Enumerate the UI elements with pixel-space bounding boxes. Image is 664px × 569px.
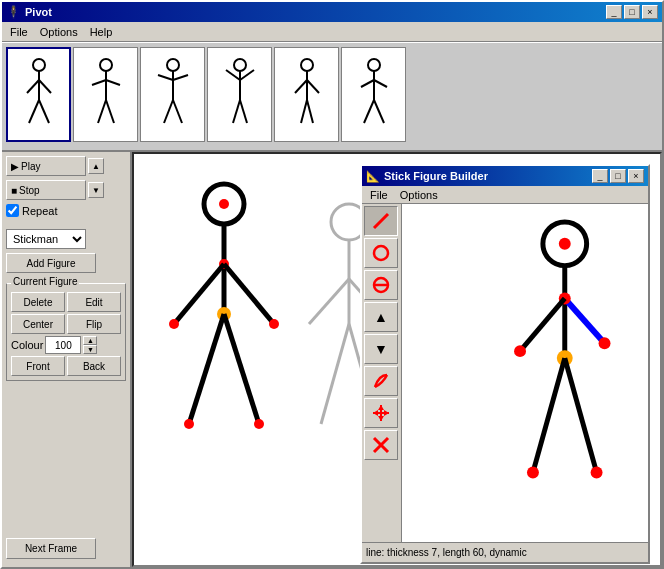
- svg-line-47: [224, 314, 259, 424]
- svg-line-43: [224, 264, 274, 324]
- svg-line-26: [295, 80, 307, 93]
- svg-line-17: [173, 100, 182, 123]
- tool-line[interactable]: [364, 206, 398, 236]
- frame-4[interactable]: [207, 47, 272, 142]
- tool-delete[interactable]: [364, 430, 398, 460]
- svg-line-4: [29, 100, 39, 123]
- canvas-area[interactable]: 📐 Stick Figure Builder _ □ × File Option…: [132, 152, 662, 567]
- current-figure-group: Current Figure Delete Edit Center Flip: [6, 283, 126, 381]
- menu-bar: File Options Help: [2, 22, 662, 42]
- scroll-down-arrow[interactable]: ▼: [88, 182, 104, 198]
- menu-options[interactable]: Options: [36, 25, 82, 39]
- edit-button[interactable]: Edit: [67, 292, 121, 312]
- frame-6[interactable]: [341, 47, 406, 142]
- tool-no[interactable]: [364, 270, 398, 300]
- sfb-stickman: [402, 204, 648, 542]
- svg-line-16: [164, 100, 173, 123]
- colour-spin-buttons: ▲ ▼: [83, 336, 97, 354]
- tool-up-arrow[interactable]: ▲: [364, 302, 398, 332]
- svg-line-51: [309, 279, 349, 324]
- scroll-up-arrow[interactable]: ▲: [88, 158, 104, 174]
- svg-point-48: [254, 419, 264, 429]
- menu-file[interactable]: File: [6, 25, 32, 39]
- svg-line-27: [307, 80, 319, 93]
- tool-cross-arrows[interactable]: [364, 398, 398, 428]
- play-icon: ▶: [11, 161, 19, 172]
- sfb-body: ▲ ▼: [362, 204, 648, 542]
- svg-line-41: [174, 264, 224, 324]
- close-button[interactable]: ×: [642, 5, 658, 19]
- svg-marker-63: [373, 410, 378, 416]
- title-bar: 🕴 Pivot _ □ ×: [2, 2, 662, 22]
- svg-line-70: [565, 298, 605, 343]
- svg-point-42: [169, 319, 179, 329]
- svg-point-75: [599, 337, 611, 349]
- sfb-tools: ▲ ▼: [362, 204, 402, 542]
- stop-button[interactable]: ■ Stop: [6, 180, 86, 200]
- svg-marker-62: [378, 416, 384, 421]
- group-title: Current Figure: [11, 276, 79, 287]
- svg-line-34: [364, 100, 374, 123]
- colour-input[interactable]: [45, 336, 81, 354]
- svg-point-77: [527, 466, 539, 478]
- maximize-button[interactable]: □: [624, 5, 640, 19]
- figure-select[interactable]: Stickman: [6, 229, 86, 249]
- svg-line-28: [301, 100, 307, 123]
- sfb-minimize-btn[interactable]: _: [592, 169, 608, 183]
- sfb-menu-file[interactable]: File: [366, 188, 392, 202]
- front-back-buttons: Front Back: [11, 356, 121, 376]
- main-window: 🕴 Pivot _ □ × File Options Help: [0, 0, 664, 569]
- delete-button[interactable]: Delete: [11, 292, 65, 312]
- sfb-dialog: 📐 Stick Figure Builder _ □ × File Option…: [360, 164, 650, 564]
- front-button[interactable]: Front: [11, 356, 65, 376]
- tool-down-arrow[interactable]: ▼: [364, 334, 398, 364]
- frame-2[interactable]: [73, 47, 138, 142]
- frame-1[interactable]: [6, 47, 71, 142]
- play-button[interactable]: ▶ ▶ Play Play: [6, 156, 86, 176]
- play-controls: ▶ ▶ Play Play ▲ ■ Stop ▼ Repeat: [6, 156, 126, 217]
- sfb-status-text: line: thickness 7, length 60, dynamic: [366, 547, 527, 558]
- colour-label: Colour: [11, 339, 43, 351]
- menu-help[interactable]: Help: [86, 25, 117, 39]
- svg-point-56: [374, 246, 388, 260]
- svg-marker-64: [384, 410, 389, 416]
- svg-line-78: [565, 358, 597, 472]
- svg-point-46: [184, 419, 194, 429]
- svg-line-15: [173, 75, 188, 80]
- center-button[interactable]: Center: [11, 314, 65, 334]
- add-figure-button[interactable]: Add Figure: [6, 253, 96, 273]
- sfb-title-left: 📐 Stick Figure Builder: [366, 170, 488, 183]
- svg-line-8: [92, 80, 106, 85]
- repeat-checkbox[interactable]: [6, 204, 19, 217]
- svg-point-24: [301, 59, 313, 71]
- frames-bar: [2, 42, 662, 152]
- svg-point-12: [167, 59, 179, 71]
- frame-5[interactable]: [274, 47, 339, 142]
- next-frame-button[interactable]: Next Frame: [6, 538, 96, 559]
- colour-down-btn[interactable]: ▼: [83, 345, 97, 354]
- svg-line-22: [233, 100, 240, 123]
- sfb-canvas[interactable]: [402, 204, 648, 542]
- colour-up-btn[interactable]: ▲: [83, 336, 97, 345]
- stickman-main: [164, 174, 284, 494]
- svg-line-35: [374, 100, 384, 123]
- svg-line-76: [533, 358, 565, 472]
- sfb-menu: File Options: [362, 186, 648, 204]
- back-button[interactable]: Back: [67, 356, 121, 376]
- colour-row: Colour ▲ ▼: [11, 336, 121, 354]
- minimize-button[interactable]: _: [606, 5, 622, 19]
- flip-button[interactable]: Flip: [67, 314, 121, 334]
- tool-chain[interactable]: [364, 366, 398, 396]
- svg-line-45: [189, 314, 224, 424]
- svg-point-68: [559, 238, 571, 250]
- svg-line-2: [27, 80, 39, 93]
- tool-circle[interactable]: [364, 238, 398, 268]
- main-content: ▶ ▶ Play Play ▲ ■ Stop ▼ Repeat: [2, 152, 662, 567]
- sfb-menu-options[interactable]: Options: [396, 188, 442, 202]
- svg-line-33: [374, 80, 387, 87]
- sfb-title-text: Stick Figure Builder: [384, 170, 488, 182]
- svg-line-23: [240, 100, 247, 123]
- frame-3[interactable]: [140, 47, 205, 142]
- sfb-maximize-btn[interactable]: □: [610, 169, 626, 183]
- sfb-close-btn[interactable]: ×: [628, 169, 644, 183]
